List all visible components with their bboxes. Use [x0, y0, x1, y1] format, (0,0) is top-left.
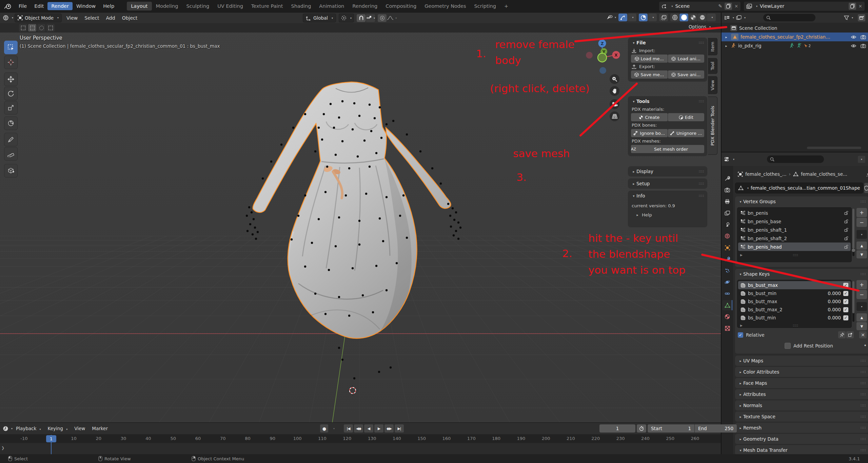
- shape-key-row[interactable]: bs_butt_min0.000✓: [738, 314, 851, 322]
- jump-to-start-button[interactable]: |◀: [344, 424, 353, 433]
- shading-solid-button[interactable]: [679, 14, 688, 21]
- workspace-tab-shading[interactable]: Shading: [287, 2, 315, 10]
- add-shape-key-button[interactable]: +: [856, 280, 867, 289]
- scene-collection-row[interactable]: Scene Collection: [722, 24, 868, 33]
- camera-view-button[interactable]: [610, 99, 619, 109]
- move-shape-key-down-button[interactable]: ▼: [856, 322, 867, 330]
- lock-icon[interactable]: [844, 245, 848, 249]
- current-frame-badge[interactable]: 1: [46, 435, 56, 442]
- auto-keying-record-button[interactable]: ●: [320, 424, 328, 433]
- current-frame-field[interactable]: 1: [599, 424, 635, 433]
- timeline-ruler[interactable]: -101020304050607080901001101201301401501…: [0, 434, 721, 443]
- shape-key-specials-button[interactable]: ▾: [856, 302, 867, 311]
- shape-key-enabled-checkbox[interactable]: ✓: [843, 299, 848, 304]
- measure-tool-button[interactable]: [4, 147, 18, 161]
- new-viewlayer-icon[interactable]: [849, 3, 856, 10]
- pin-shape-key-button[interactable]: [838, 331, 846, 338]
- panel-normals[interactable]: ▸Normals∷∷: [735, 400, 868, 411]
- select-mode-lasso-button[interactable]: [46, 24, 55, 31]
- help-subpanel[interactable]: ▸Help: [628, 209, 707, 218]
- pan-button[interactable]: [610, 86, 619, 96]
- shape-key-row[interactable]: bs_butt_max0.000✓: [738, 297, 851, 306]
- options-dropdown[interactable]: Options ▾: [689, 24, 711, 29]
- keying-set-dropdown[interactable]: ▾: [329, 424, 338, 433]
- relative-checkbox[interactable]: ✓: [738, 332, 743, 338]
- shape-key-edit-mode-button[interactable]: [846, 331, 854, 338]
- annotate-tool-button[interactable]: [4, 133, 18, 146]
- pin-icon[interactable]: ✎: [718, 3, 722, 9]
- menu-edit[interactable]: Edit: [31, 2, 47, 10]
- remove-vertex-group-button[interactable]: −: [856, 218, 867, 227]
- timeline-menu-view[interactable]: View: [71, 426, 88, 431]
- panel-face-maps[interactable]: ▸Face Maps∷∷: [735, 378, 868, 388]
- create-material-button[interactable]: Create: [631, 113, 668, 121]
- new-collection-button[interactable]: [858, 14, 865, 21]
- edit-material-button[interactable]: Edit: [668, 113, 705, 121]
- setup-panel[interactable]: ▸Setup∷∷: [628, 179, 707, 188]
- filter-display-button[interactable]: ▾: [736, 15, 746, 20]
- pivot-point-dropdown[interactable]: ▾: [339, 14, 354, 22]
- move-shape-key-up-button[interactable]: ▲: [856, 313, 867, 321]
- properties-tab-scene[interactable]: [722, 219, 732, 230]
- orthographic-toggle-button[interactable]: [610, 111, 619, 121]
- add-cube-tool-button[interactable]: [4, 164, 18, 177]
- rig-object-row[interactable]: ▸ io_pdx_rig 2: [722, 41, 868, 50]
- vertex-group-specials-button[interactable]: ▾: [856, 230, 867, 239]
- panel-attributes[interactable]: ▸Attributes∷∷: [735, 389, 868, 399]
- play-reverse-button[interactable]: ◀: [364, 424, 373, 433]
- breadcrumb-object[interactable]: female_clothes_...: [745, 171, 787, 177]
- outliner-filter-button[interactable]: ▾: [844, 16, 853, 20]
- new-scene-icon[interactable]: [725, 3, 732, 10]
- 3d-cursor[interactable]: [348, 385, 358, 396]
- expand-filter-icon[interactable]: ▶: [740, 324, 743, 327]
- unignore-bones-button[interactable]: Unignore ...: [668, 129, 705, 137]
- properties-search-input[interactable]: [767, 155, 824, 163]
- object-row-selected[interactable]: ▸ female_clothes_secular_fp2_christian_c…: [722, 33, 868, 41]
- cursor-tool-button[interactable]: [4, 56, 18, 69]
- unlink-scene-icon[interactable]: ✕: [734, 4, 738, 9]
- timeline-expand-arrow[interactable]: ❯: [1, 446, 4, 450]
- shading-wireframe-button[interactable]: [670, 14, 679, 21]
- panel-geometry-data[interactable]: ▸Geometry Data∷∷: [735, 434, 868, 444]
- lock-icon[interactable]: [844, 219, 848, 224]
- properties-tab-physics[interactable]: [722, 277, 732, 287]
- snap-target-button[interactable]: ▾: [366, 14, 375, 22]
- viewlayer-selector[interactable]: ▾ ViewLayer ✕: [744, 2, 865, 11]
- timeline-track[interactable]: ❯: [0, 443, 721, 454]
- workspace-tab-texture-paint[interactable]: Texture Paint: [247, 2, 287, 10]
- shape-key-value[interactable]: 0.000: [828, 307, 841, 312]
- proportional-edit-toggle[interactable]: [378, 14, 387, 22]
- viewport-menu-object[interactable]: Object: [119, 15, 141, 21]
- zoom-button[interactable]: [610, 74, 619, 84]
- overlays-dropdown[interactable]: ▾: [648, 14, 657, 21]
- snap-toggle[interactable]: [357, 14, 366, 22]
- outliner-search-input[interactable]: [763, 14, 815, 21]
- load-anim-button[interactable]: Load ani...: [668, 55, 705, 63]
- lock-icon[interactable]: [844, 236, 848, 240]
- properties-tab-texture[interactable]: [722, 323, 732, 333]
- workspace-tab-modeling[interactable]: Modeling: [152, 2, 182, 10]
- xray-toggle[interactable]: [659, 14, 668, 21]
- shape-key-enabled-checkbox[interactable]: ✓: [843, 291, 848, 296]
- add-workspace-button[interactable]: +: [500, 2, 512, 10]
- shape-key-row[interactable]: bs_bust_min0.000✓: [738, 289, 851, 297]
- datablock-name-field[interactable]: ▾ female_clothes_secula...tian_common_01…: [735, 183, 863, 193]
- next-keyframe-button[interactable]: ◆▶: [384, 424, 394, 433]
- vertex-group-row[interactable]: bn_penis_shaft_2: [738, 234, 851, 243]
- panel-texture-space[interactable]: ▸Texture Space∷∷: [735, 412, 868, 422]
- shape-key-enabled-checkbox[interactable]: ✓: [843, 315, 848, 320]
- properties-tab-modifiers[interactable]: [722, 254, 732, 264]
- use-preview-range-button[interactable]: [637, 424, 646, 433]
- outliner-scrollbar[interactable]: [807, 147, 861, 149]
- viewport-menu-add[interactable]: Add: [103, 15, 119, 21]
- list-scrollbar[interactable]: [852, 281, 854, 322]
- vertex-group-row[interactable]: bn_penis: [738, 209, 851, 217]
- shape-key-value[interactable]: 0.000: [828, 299, 841, 304]
- properties-tab-tool[interactable]: [722, 173, 732, 184]
- lock-icon[interactable]: [844, 228, 848, 232]
- properties-tab-object-data[interactable]: [722, 300, 732, 310]
- editor-type-button[interactable]: ▾: [724, 15, 734, 20]
- select-mode-circle-button[interactable]: [37, 24, 45, 31]
- vertex-group-row[interactable]: bn_penis_shaft_1: [738, 226, 851, 234]
- menu-help[interactable]: Help: [99, 2, 118, 10]
